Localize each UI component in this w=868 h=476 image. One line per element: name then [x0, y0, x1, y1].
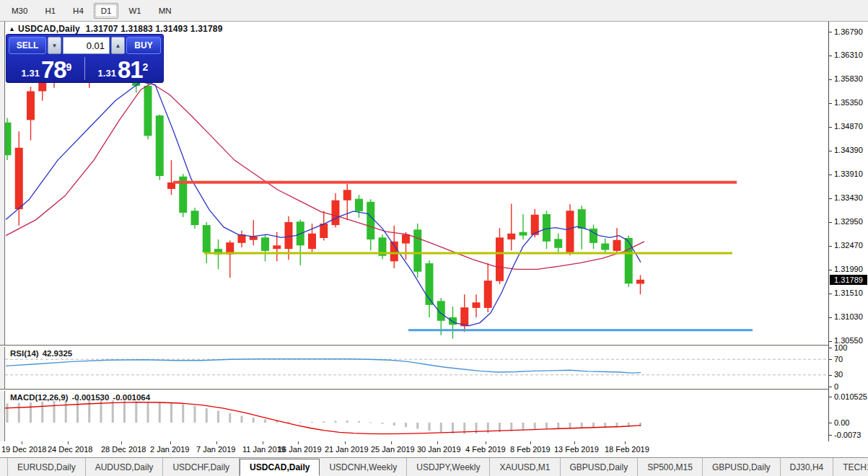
symbol-tab-xauusd-m1[interactable]: XAUUSD,M1 [490, 458, 560, 476]
rsi-indicator-label: RSI(14)42.9325 [10, 349, 76, 358]
chart-symbol: USDCAD,Daily [18, 24, 80, 34]
axis-tick [829, 387, 832, 387]
rsi-chart[interactable] [0, 347, 828, 389]
timeframe-button-d1[interactable]: D1 [94, 3, 119, 19]
trading-platform-window: M30H1H4D1W1MN ▲USDCAD,Daily1.31707 1.318… [0, 0, 868, 476]
axis-tick [829, 348, 832, 348]
symbol-tab-usdcnh-weekly[interactable]: USDCNH,Weekly [320, 458, 407, 476]
buy-button[interactable]: BUY [126, 37, 161, 54]
price-axis-label: 1.34870 [834, 122, 863, 131]
symbol-tab-usdjpy-weekly[interactable]: USDJPY,Weekly [407, 458, 490, 476]
axis-tick [829, 423, 832, 423]
symbol-marker-icon: ▲ [9, 25, 15, 32]
sell-price-pipette: 9 [66, 63, 72, 71]
axis-tick [829, 79, 832, 80]
current-price-badge: 1.31789 [830, 275, 867, 285]
date-tick [625, 441, 626, 444]
axis-tick [829, 359, 832, 360]
date-axis-label: 18 Feb 2019 [605, 445, 649, 454]
timeframe-button-h1[interactable]: H1 [38, 3, 63, 19]
symbol-tab-dj30-h4[interactable]: DJ30,H4 [781, 458, 834, 476]
sell-price-prefix: 1.31 [22, 66, 40, 81]
macd-axis-label: 0.00 [834, 418, 849, 427]
date-axis: 19 Dec 201824 Dec 201828 Dec 20182 Jan 2… [0, 441, 868, 458]
axis-tick [829, 246, 832, 247]
macd-axis-label: 0.010525 [834, 392, 867, 401]
price-axis-label: 1.34390 [834, 146, 863, 154]
axis-tick [829, 270, 832, 270]
axis-tick [829, 56, 832, 56]
sell-button[interactable]: SELL [9, 37, 46, 54]
date-axis-label: 25 Jan 2019 [371, 445, 415, 454]
date-tick [345, 441, 346, 444]
rsi-axis-label: 100 [834, 343, 847, 352]
axis-tick [829, 32, 832, 32]
axis-tick [829, 151, 832, 151]
axis-tick [829, 317, 832, 318]
axis-tick [829, 341, 832, 342]
date-tick [298, 441, 299, 444]
chart-window: ▲USDCAD,Daily1.31707 1.31883 1.31493 1.3… [0, 22, 868, 476]
symbol-tab-sp500-m15[interactable]: SP500,M15 [638, 458, 703, 476]
date-tick [216, 441, 217, 444]
date-tick [391, 441, 392, 444]
symbol-tab-tech10[interactable]: TECH10 [833, 458, 868, 476]
symbol-tab-eurusd-daily[interactable]: EURUSD,Daily [7, 458, 86, 476]
symbol-tab-audusd-daily[interactable]: AUDUSD,Daily [86, 458, 164, 476]
symbol-tab-usdchf-daily[interactable]: USDCHF,Daily [163, 458, 240, 476]
sell-price-display[interactable]: 1.31 78 9 [9, 56, 84, 81]
buy-price-prefix: 1.31 [98, 66, 116, 81]
macd-signal-value: -0.001064 [113, 393, 150, 402]
rsi-value: 42.9325 [43, 349, 73, 358]
lot-size-input[interactable] [63, 37, 110, 54]
rsi-axis-label: 70 [834, 355, 843, 363]
price-axis-label: 1.35830 [834, 74, 863, 83]
date-tick [486, 441, 486, 444]
timeframe-button-w1[interactable]: W1 [121, 3, 148, 19]
timeframe-button-h4[interactable]: H4 [66, 3, 91, 19]
axis-tick [829, 222, 832, 223]
buy-price-main: 81 [118, 59, 143, 81]
symbol-tab-gbpusd-daily[interactable]: GBPUSD,Daily [703, 458, 781, 476]
axis-tick [829, 435, 832, 436]
rsi-axis-label: 0 [834, 382, 838, 391]
chart-ohlc-values: 1.31707 1.31883 1.31493 1.31789 [86, 24, 223, 34]
window-left-edge [0, 22, 5, 441]
date-tick [437, 441, 438, 444]
price-axis-label: 1.33430 [834, 193, 863, 202]
price-axis: 1.31789 1.367901.363101.358301.353501.34… [828, 22, 868, 441]
chart-title: ▲USDCAD,Daily1.31707 1.31883 1.31493 1.3… [9, 24, 223, 34]
date-axis-label: 16 Jan 2019 [278, 445, 322, 454]
date-axis-label: 7 Jan 2019 [196, 445, 235, 454]
lot-decrease-button[interactable]: ▼ [48, 37, 61, 54]
price-axis-label: 1.33910 [834, 169, 863, 178]
price-axis-label: 1.31990 [834, 265, 863, 273]
macd-axis-label: -0.0073 [834, 431, 861, 439]
date-axis-label: 30 Jan 2019 [417, 445, 461, 454]
symbol-tab-bar: EURUSD,DailyAUDUSD,DailyUSDCHF,DailyUSDC… [0, 458, 868, 476]
date-tick [121, 441, 122, 444]
rsi-axis-label: 30 [834, 370, 843, 379]
macd-name: MACD(12,26,9) [10, 393, 69, 402]
lot-increase-button[interactable]: ▲ [111, 37, 125, 54]
price-axis-label: 1.35350 [834, 98, 863, 107]
timeframe-button-m30[interactable]: M30 [4, 3, 35, 19]
pane-separator[interactable] [0, 345, 868, 347]
date-tick [22, 441, 22, 444]
price-axis-label: 1.31510 [834, 288, 863, 297]
timeframe-button-mn[interactable]: MN [152, 3, 179, 19]
price-axis-label: 1.36310 [834, 50, 863, 59]
date-axis-label: 8 Feb 2019 [510, 445, 551, 454]
date-tick [170, 441, 171, 444]
date-axis-label: 28 Dec 2018 [101, 445, 146, 454]
pane-separator[interactable] [0, 389, 868, 391]
buy-price-pipette: 2 [143, 63, 149, 71]
date-tick [263, 441, 263, 444]
symbol-tab-gbpusd-daily[interactable]: GBPUSD,Daily [561, 458, 639, 476]
symbol-tab-usdcad-daily[interactable]: USDCAD,Daily [240, 459, 320, 476]
buy-price-display[interactable]: 1.31 81 2 [85, 56, 161, 81]
price-axis-label: 1.32470 [834, 241, 863, 250]
axis-tick [829, 198, 832, 199]
price-axis-label: 1.36790 [834, 27, 863, 36]
axis-tick [829, 375, 832, 376]
